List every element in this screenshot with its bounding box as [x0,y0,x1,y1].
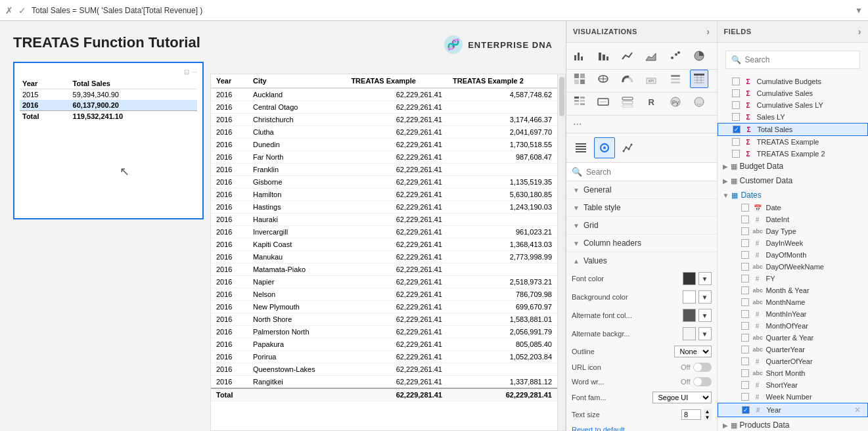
alt-font-picker[interactable]: ▼ [698,309,712,322]
section-grid-header[interactable]: ▼ Grid [566,217,717,234]
url-icon-toggle[interactable]: Off [681,363,711,372]
alt-font-control[interactable]: ▼ [683,309,712,322]
field-checkbox[interactable] [732,101,740,109]
field-dateint[interactable]: # DateInt [718,214,869,225]
field-checkbox[interactable] [741,334,749,342]
font-color-control[interactable]: ▼ [683,272,712,285]
field-treatas-ex2[interactable]: Σ TREATAS Example 2 [718,148,869,160]
bg-color-swatch[interactable] [683,290,696,304]
group-budget-header[interactable]: ▶ ▦ Budget Data [718,160,869,173]
field-checkbox[interactable] [732,78,740,85]
formula-cancel[interactable]: ✗ [5,5,13,16]
viz-bar-chart[interactable] [570,47,589,65]
group-products-header[interactable]: ▶ ▦ Products Data [718,419,869,431]
viz-column-chart[interactable] [594,47,612,65]
viz-card[interactable] [594,93,612,111]
viz-treemap[interactable] [570,70,589,88]
group-dates-header[interactable]: ▼ ▦ Dates [718,189,869,202]
alt-font-swatch[interactable] [683,309,696,322]
text-size-stepper[interactable]: ▲ ▼ [704,409,712,420]
field-date[interactable]: 📅 Date [718,202,869,214]
fields-search-box[interactable]: 🔍 [725,51,861,69]
font-color-picker[interactable]: ▼ [698,272,712,285]
field-checkbox[interactable] [741,286,749,294]
field-checkbox[interactable] [741,227,749,235]
field-cumulative-budgets[interactable]: Σ Cumulative Budgets [718,76,869,87]
field-monthofyear[interactable]: # MonthOfYear [718,320,869,332]
field-checkbox[interactable] [741,204,749,212]
alt-bg-control[interactable]: ▼ [683,327,712,340]
viz-matrix[interactable] [570,93,589,111]
section-general-header[interactable]: ▼ General [566,181,717,198]
field-checkbox[interactable] [741,298,749,306]
field-quarter-year[interactable]: abc Quarter & Year [718,332,869,344]
field-checkbox[interactable] [741,346,749,353]
field-dayofmonth[interactable]: # DayOfMonth [718,249,869,261]
field-sales-ly[interactable]: Σ Sales LY [718,111,869,123]
field-dayofweekname[interactable]: abc DayOfWeekName [718,261,869,273]
text-size-down[interactable]: ▼ [704,415,712,420]
fields-btn[interactable] [570,137,591,158]
field-checkbox-checked[interactable]: ✓ [733,125,741,133]
field-quarteryear[interactable]: abc QuarterYear [718,344,869,355]
field-checkbox[interactable] [741,239,749,247]
field-checkbox[interactable] [741,393,749,401]
text-size-up[interactable]: ▲ [704,409,712,415]
alt-bg-swatch[interactable] [683,327,696,340]
section-col-headers-header[interactable]: ▼ Column headers [566,235,717,252]
outline-control[interactable]: None [674,346,712,357]
field-week-number[interactable]: # Week Number [718,391,869,403]
scrollbar[interactable] [557,74,565,430]
field-year[interactable]: ✓ # Year ✕ [718,403,869,417]
bg-color-picker[interactable]: ▼ [698,290,712,304]
viz-table[interactable] [690,70,708,88]
viz-area-chart[interactable] [642,47,660,65]
field-short-month[interactable]: abc Short Month [718,367,869,379]
field-checkbox[interactable] [732,138,740,146]
alt-bg-picker[interactable]: ▼ [698,327,712,340]
field-checkbox[interactable] [741,263,749,271]
formula-dropdown[interactable]: ▼ [855,6,863,15]
field-fy[interactable]: # FY [718,273,869,284]
field-checkbox[interactable] [741,369,749,377]
viz-more-dots[interactable]: ··· [566,116,717,133]
widget-more[interactable]: ··· [192,68,197,76]
field-checkbox[interactable] [741,251,749,259]
formula-accept[interactable]: ✓ [18,5,26,16]
field-total-sales[interactable]: ✓ Σ Total Sales [718,123,869,136]
field-shortyear[interactable]: # ShortYear [718,379,869,391]
field-dayinweek[interactable]: # DayInWeek [718,237,869,249]
field-checkbox[interactable] [741,322,749,330]
field-checkbox[interactable] [732,113,740,121]
fields-search-input[interactable] [745,55,855,64]
data-table-scroll[interactable]: Year City TREATAS Example TREATAS Exampl… [211,74,557,430]
field-delete-icon[interactable]: ✕ [853,405,862,415]
font-family-control[interactable]: Segoe UI [652,392,712,403]
widget-expand[interactable]: ⊡ [184,68,189,76]
field-cumulative-sales-ly[interactable]: Σ Cumulative Sales LY [718,99,869,111]
field-cumulative-sales[interactable]: Σ Cumulative Sales [718,87,869,99]
viz-panel-chevron[interactable]: › [706,26,710,37]
field-treatas-ex[interactable]: Σ TREATAS Example [718,136,869,148]
viz-line-chart[interactable] [618,47,637,65]
viz-gauge[interactable] [618,70,637,88]
format-search-input[interactable] [586,168,712,177]
font-family-select[interactable]: Segoe UI [652,392,712,403]
outline-select[interactable]: None [674,346,712,357]
word-wrap-switch[interactable] [693,377,712,386]
format-btn[interactable] [594,137,615,158]
viz-slicer[interactable] [666,70,685,88]
viz-r-visual[interactable]: R [642,93,660,111]
small-table-widget[interactable]: ⊡ ··· Year Total Sales 2015 59, [13,62,204,219]
field-quarterofyear[interactable]: # QuarterOfYear [718,355,869,367]
viz-scatter[interactable] [666,47,685,65]
field-checkbox[interactable] [741,275,749,283]
font-color-swatch[interactable] [683,272,696,285]
word-wrap-toggle[interactable]: Off [681,377,711,386]
field-checkbox[interactable] [732,150,740,158]
field-checkbox[interactable] [741,357,749,365]
field-monthinyear[interactable]: # MonthInYear [718,308,869,320]
revert-to-default[interactable]: Revert to default [572,423,625,431]
fields-panel-chevron[interactable]: › [858,26,861,37]
field-checkbox-checked[interactable]: ✓ [742,406,750,414]
